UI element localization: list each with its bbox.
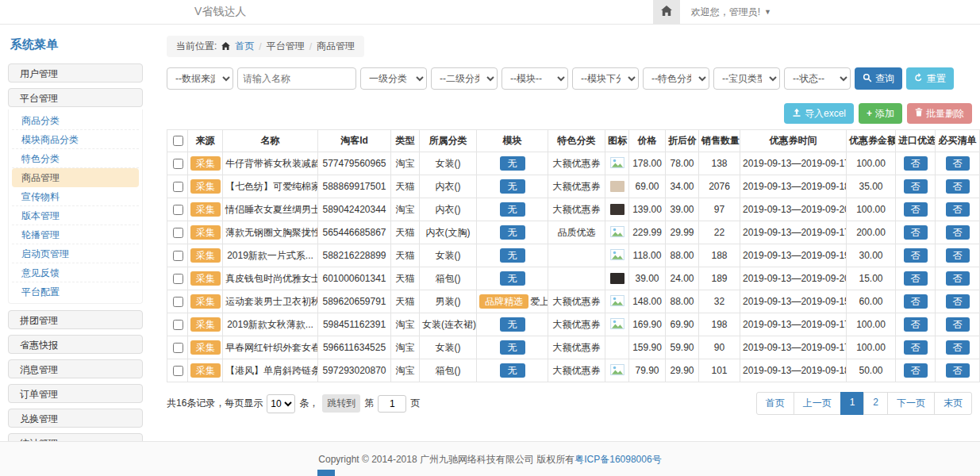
sidebar-group-兑换管理[interactable]: 兑换管理 <box>8 409 143 428</box>
module-badge: 无 <box>500 340 525 355</box>
sidebar-group-订单管理[interactable]: 订单管理 <box>8 384 143 403</box>
sidebar-group-省惠快报[interactable]: 省惠快报 <box>8 335 143 354</box>
page-button-1[interactable]: 1 <box>840 392 865 415</box>
column-header-图标: 图标 <box>605 130 629 152</box>
must-buy-toggle[interactable]: 否 <box>946 317 970 332</box>
table-row: 采集情侣睡衣女夏丝绸男士...589042420344淘宝内衣()无大额优惠券1… <box>167 198 980 221</box>
coupon-time: 2019-09-13—2019-09-19 <box>740 244 847 267</box>
breadcrumb-home-link[interactable]: 首页 <box>235 40 254 53</box>
row-checkbox[interactable] <box>173 205 183 215</box>
import-select-toggle-cell: 否 <box>896 221 936 244</box>
import-select-toggle[interactable]: 否 <box>904 271 928 286</box>
breadcrumb-item-platform: 平台管理 <box>267 40 305 53</box>
name-search-input[interactable] <box>237 67 356 90</box>
import-select-toggle[interactable]: 否 <box>904 294 928 309</box>
import-select-toggle[interactable]: 否 <box>904 202 928 217</box>
sidebar-item-商品管理[interactable]: 商品管理 <box>12 168 139 187</box>
page-button-下一页[interactable]: 下一页 <box>887 392 935 415</box>
select-all-checkbox[interactable] <box>173 136 183 146</box>
page-button-2[interactable]: 2 <box>863 392 888 415</box>
filter-select-一级分类[interactable]: 一级分类 <box>360 67 427 90</box>
coupon-amount: 15.00 <box>847 267 896 290</box>
sidebar-item-特色分类[interactable]: 特色分类 <box>12 149 139 168</box>
sidebar-item-版本管理[interactable]: 版本管理 <box>12 206 139 225</box>
row-checkbox[interactable] <box>173 159 183 169</box>
per-page-select[interactable]: 10 <box>267 394 295 413</box>
row-checkbox[interactable] <box>173 366 183 376</box>
coupon-amount: 100.00 <box>847 198 896 221</box>
row-select-cell <box>167 152 188 175</box>
import-select-toggle[interactable]: 否 <box>904 156 928 171</box>
add-button[interactable]: + 添加 <box>859 103 902 124</box>
sidebar-item-意见反馈[interactable]: 意见反馈 <box>12 263 139 282</box>
column-header-淘客Id: 淘客Id <box>318 130 391 152</box>
discount-price: 78.00 <box>666 152 699 175</box>
sidebar-group-统计管理[interactable]: 统计管理 <box>8 433 143 441</box>
filter-select-模块下分类[interactable]: --模块下分类-- <box>572 67 639 90</box>
column-header-必买清单: 必买清单 <box>936 130 980 152</box>
row-checkbox[interactable] <box>173 343 183 353</box>
must-buy-toggle[interactable]: 否 <box>946 248 970 263</box>
import-select-toggle[interactable]: 否 <box>904 363 928 378</box>
must-buy-toggle[interactable]: 否 <box>946 363 970 378</box>
filter-select-特色分类[interactable]: --特色分类-- <box>643 67 709 90</box>
search-button[interactable]: 查询 <box>855 67 902 90</box>
goods-type: 天猫 <box>391 290 420 313</box>
filter-select-数据来源[interactable]: --数据来源-- <box>167 67 233 90</box>
must-buy-toggle[interactable]: 否 <box>946 179 970 194</box>
broken-image-icon <box>610 159 625 171</box>
taoke-id: 577479560965 <box>318 152 391 175</box>
price: 169.90 <box>629 313 666 336</box>
page-button-末页[interactable]: 末页 <box>934 392 972 415</box>
must-buy-toggle[interactable]: 否 <box>946 202 970 217</box>
row-select-cell <box>167 198 188 221</box>
sidebar-item-启动页管理[interactable]: 启动页管理 <box>12 244 139 263</box>
user-menu[interactable]: 欢迎您，管理员! ▼ <box>680 6 786 19</box>
reset-button[interactable]: 重置 <box>906 67 954 90</box>
row-checkbox[interactable] <box>173 274 183 284</box>
must-buy-toggle[interactable]: 否 <box>946 156 970 171</box>
broken-image-icon <box>610 228 625 240</box>
icp-link[interactable]: 粤ICP备16098006号 <box>575 454 661 465</box>
row-checkbox[interactable] <box>173 297 183 307</box>
sidebar-item-模块商品分类[interactable]: 模块商品分类 <box>12 130 139 149</box>
icon-cell <box>605 175 629 198</box>
sidebar-item-平台配置[interactable]: 平台配置 <box>12 282 139 301</box>
must-buy-toggle[interactable]: 否 <box>946 294 970 309</box>
filter-select-模块[interactable]: --模块-- <box>502 67 568 90</box>
coupon-amount: 50.00 <box>847 359 896 382</box>
sidebar-item-宣传物料[interactable]: 宣传物料 <box>12 187 139 206</box>
import-select-toggle[interactable]: 否 <box>904 248 928 263</box>
sidebar-group-拼团管理[interactable]: 拼团管理 <box>8 310 143 329</box>
sidebar-item-轮播管理[interactable]: 轮播管理 <box>12 225 139 244</box>
filter-select-二级分类[interactable]: --二级分类-- <box>431 67 498 90</box>
page-button-上一页[interactable]: 上一页 <box>794 392 841 415</box>
import-select-toggle[interactable]: 否 <box>904 225 928 240</box>
jump-button[interactable]: 跳转到 <box>322 394 360 413</box>
coupon-time: 2019-09-13—2019-09-15 <box>740 290 847 313</box>
column-header-销售数量: 销售数量 <box>699 130 740 152</box>
filter-select-状态[interactable]: --状态-- <box>784 67 851 90</box>
home-nav-button[interactable] <box>653 0 680 24</box>
row-checkbox[interactable] <box>173 182 183 192</box>
row-checkbox[interactable] <box>173 228 183 238</box>
must-buy-toggle[interactable]: 否 <box>946 225 970 240</box>
must-buy-toggle[interactable]: 否 <box>946 271 970 286</box>
sidebar-group-平台管理[interactable]: 平台管理 <box>8 88 143 107</box>
import-select-toggle[interactable]: 否 <box>904 179 928 194</box>
import-excel-button[interactable]: 导入excel <box>784 103 854 124</box>
import-select-toggle[interactable]: 否 <box>904 340 928 355</box>
import-select-toggle[interactable]: 否 <box>904 317 928 332</box>
sidebar-group-消息管理[interactable]: 消息管理 <box>8 359 143 378</box>
page-button-首页[interactable]: 首页 <box>756 392 794 415</box>
search-icon <box>863 73 872 85</box>
module-badge: 无 <box>500 179 525 194</box>
sidebar-group-用户管理[interactable]: 用户管理 <box>8 63 143 83</box>
row-checkbox[interactable] <box>173 251 183 261</box>
row-checkbox[interactable] <box>173 320 183 330</box>
sidebar-item-商品分类[interactable]: 商品分类 <box>12 111 139 130</box>
filter-select-宝贝类型[interactable]: --宝贝类型-- <box>713 67 780 90</box>
must-buy-toggle[interactable]: 否 <box>946 340 970 355</box>
batch-delete-button[interactable]: 批量删除 <box>907 103 972 124</box>
jump-page-input[interactable] <box>378 395 406 413</box>
